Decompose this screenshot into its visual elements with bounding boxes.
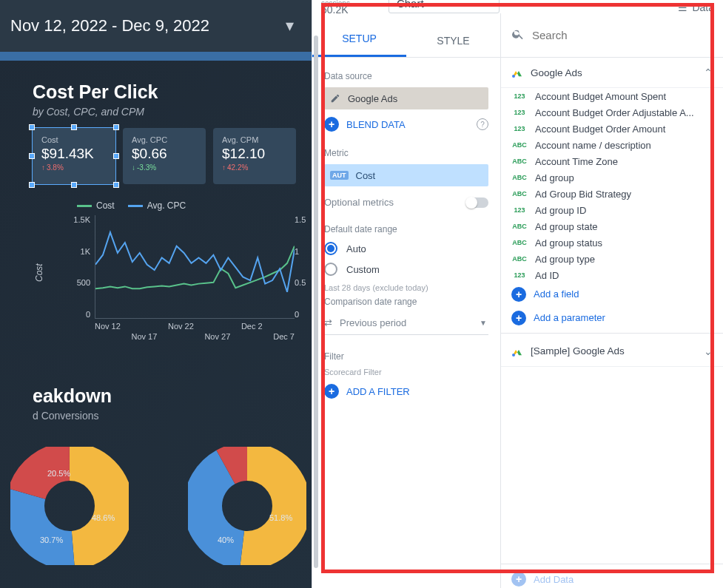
panel-tabs: SETUP STYLE <box>312 13 500 58</box>
google-ads-icon <box>511 67 523 78</box>
scorecard-cost[interactable]: Cost $91.43K ↑3.8% <box>33 128 115 184</box>
plot-area <box>95 215 295 319</box>
chevron-down-icon: ▼ <box>480 319 487 327</box>
scorecard-row: Cost $91.43K ↑3.8% Avg. CPC $0.66 ↓-3.3%… <box>33 128 312 184</box>
field-item[interactable]: ABCAd group <box>501 169 723 186</box>
plus-icon: + <box>324 384 339 399</box>
dropdown-arrow-icon: ▾ <box>286 16 294 36</box>
blend-data-button[interactable]: + BLEND DATA ? <box>324 117 488 132</box>
tab-style[interactable]: STYLE <box>406 35 500 57</box>
field-item[interactable]: ABCAd group state <box>501 218 723 234</box>
add-field-button[interactable]: + Add a field <box>501 283 723 306</box>
chart-legend: Cost Avg. CPC <box>77 200 312 211</box>
date-note: Last 28 days (exclude today) <box>324 283 488 292</box>
field-name: Account Time Zone <box>535 156 618 167</box>
x-ticks: Nov 12 Nov 17 Nov 22 Nov 27 Dec 2 Dec 7 <box>95 322 295 331</box>
field-search[interactable] <box>501 13 723 58</box>
add-filter-button[interactable]: + ADD A FILTER <box>324 384 488 399</box>
card-label: Cost <box>41 135 107 144</box>
data-column: Google Ads ⌃ 123Account Budget Amount Sp… <box>501 13 723 588</box>
breakdown-subtitle: d Conversions <box>33 410 312 422</box>
section-title: Cost Per Click <box>33 81 312 103</box>
sessions-value: 60.2K <box>321 7 350 13</box>
plus-icon: + <box>511 287 526 302</box>
line-chart[interactable]: Cost Avg. CPC 1.5K1K 5000 1.51 0.50 Nov … <box>53 215 312 348</box>
comparison-range-dropdown[interactable]: ⇄ Previous period ▼ <box>324 313 488 335</box>
optional-metrics-toggle[interactable] <box>466 197 488 208</box>
field-list[interactable]: 123Account Budget Amount Spent123Account… <box>501 88 723 283</box>
data-source-heading: Data source <box>324 71 488 81</box>
setup-column: SETUP STYLE Data source Google Ads + BLE… <box>312 13 501 588</box>
field-item[interactable]: 123Account Budget Order Amount <box>501 121 723 137</box>
field-type-badge: 123 <box>511 109 528 116</box>
properties-panel: sessions 60.2K Chart⌄ ☰ Data SETUP STYLE… <box>312 0 723 588</box>
field-item[interactable]: ABCAccount name / description <box>501 137 723 153</box>
field-type-badge: ABC <box>511 158 528 165</box>
plus-icon: + <box>324 117 339 132</box>
card-delta: ↑3.8% <box>41 163 107 172</box>
field-item[interactable]: ABCAd group status <box>501 234 723 251</box>
sample-datasource-header[interactable]: [Sample] Google Ads ⌄ <box>501 337 723 367</box>
field-item[interactable]: 123Ad group ID <box>501 202 723 218</box>
plus-icon: + <box>511 572 526 587</box>
metric-chip[interactable]: AUT Cost <box>324 164 488 186</box>
scrollbar[interactable] <box>314 36 318 568</box>
svg-point-7 <box>512 354 515 356</box>
radio-icon <box>324 263 337 276</box>
field-item[interactable]: ABCAd group type <box>501 251 723 267</box>
pencil-icon <box>330 93 340 104</box>
chevron-icon: ⌄ <box>704 345 713 357</box>
field-name: Ad group status <box>535 237 602 249</box>
data-tab[interactable]: ☰ Data <box>678 1 714 13</box>
radio-auto[interactable]: Auto <box>324 242 488 255</box>
field-name: Ad group <box>535 172 574 183</box>
compare-heading: Comparison date range <box>324 297 488 307</box>
field-item[interactable]: 123Account Budget Order Adjustable A... <box>501 104 723 121</box>
field-name: Account name / description <box>535 140 651 151</box>
plus-icon: + <box>511 311 526 325</box>
field-name: Account Budget Order Amount <box>535 124 665 135</box>
field-name: Ad Group Bid Strategy <box>535 189 631 200</box>
field-type-badge: 123 <box>511 125 528 132</box>
panel-top-row: sessions 60.2K Chart⌄ ☰ Data <box>312 0 723 13</box>
card-delta: ↓-3.3% <box>132 163 197 172</box>
tab-setup[interactable]: SETUP <box>312 33 406 57</box>
datasource-header[interactable]: Google Ads ⌃ <box>501 58 723 88</box>
y-ticks-left: 1.5K1K 5000 <box>71 215 90 319</box>
y-axis-left-label: Cost <box>34 263 44 282</box>
card-value: $12.10 <box>222 146 287 162</box>
card-label: Avg. CPC <box>132 135 197 144</box>
field-type-badge: ABC <box>511 141 528 149</box>
field-item[interactable]: 123Ad ID <box>501 267 723 283</box>
date-range-picker[interactable]: Nov 12, 2022 - Dec 9, 2022 ▾ <box>0 0 312 52</box>
breakdown-title: eakdown <box>33 385 312 407</box>
filter-subheading: Scorecard Filter <box>324 368 488 376</box>
section-subtitle: by Cost, CPC, and CPM <box>33 106 312 118</box>
scorecard-cpm[interactable]: Avg. CPM $12.10 ↑42.2% <box>213 128 296 184</box>
field-item[interactable]: 123Account Budget Amount Spent <box>501 88 723 104</box>
field-name: Account Budget Order Adjustable A... <box>535 107 694 118</box>
compare-icon: ⇄ <box>324 317 332 328</box>
field-name: Ad group type <box>535 254 595 265</box>
add-parameter-button[interactable]: + Add a parameter <box>501 306 723 330</box>
radio-custom[interactable]: Custom <box>324 263 488 276</box>
data-source-chip[interactable]: Google Ads <box>324 87 488 109</box>
filter-heading: Filter <box>324 351 488 362</box>
card-value: $91.43K <box>41 146 107 162</box>
field-type-badge: ABC <box>511 190 528 197</box>
chart-type-dropdown[interactable]: Chart⌄ <box>389 0 500 13</box>
card-delta: ↑42.2% <box>222 163 287 172</box>
field-item[interactable]: ABCAccount Time Zone <box>501 153 723 169</box>
add-data-button[interactable]: + Add Data <box>501 567 723 588</box>
info-icon[interactable]: ? <box>477 118 488 130</box>
field-type-badge: ABC <box>511 174 528 181</box>
field-name: Ad group state <box>535 221 598 232</box>
field-item[interactable]: ABCAd Group Bid Strategy <box>501 186 723 202</box>
scorecard-cpc[interactable]: Avg. CPC $0.66 ↓-3.3% <box>123 128 206 184</box>
google-ads-icon <box>511 345 523 357</box>
search-icon <box>511 27 525 43</box>
metric-type-badge: AUT <box>330 171 349 180</box>
search-input[interactable] <box>532 29 713 41</box>
svg-point-6 <box>512 75 515 78</box>
table-icon: ☰ <box>678 1 687 13</box>
